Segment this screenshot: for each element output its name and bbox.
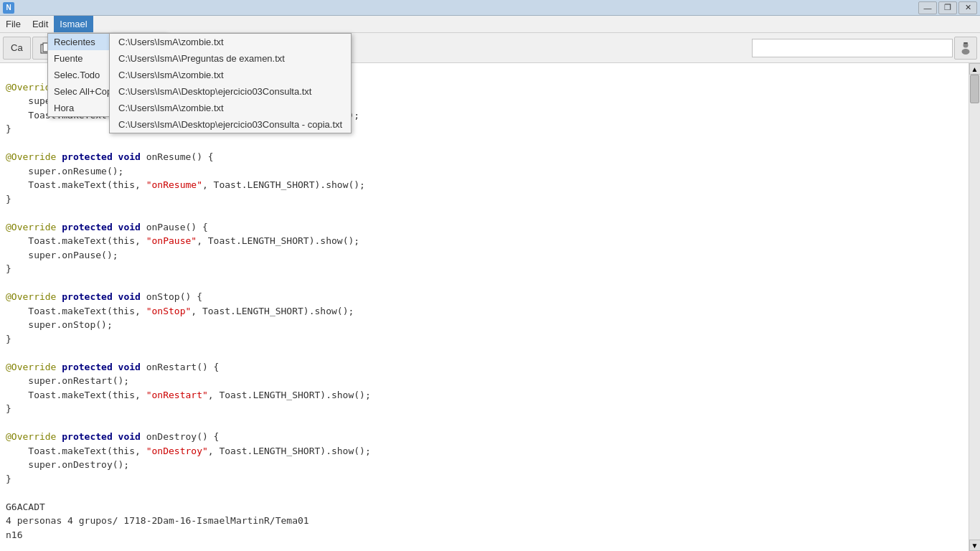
menu-file[interactable]: File [0, 16, 27, 32]
maximize-button[interactable]: ❐ [938, 1, 957, 14]
recent-item-2[interactable]: C:\Users\IsmA\Preguntas de examen.txt [110, 50, 351, 67]
fuente-label: Fuente [54, 53, 83, 64]
recent-item-3[interactable]: C:\Users\IsmA\zombie.txt [110, 67, 351, 83]
scroll-thumb[interactable] [970, 75, 979, 103]
person-icon [959, 42, 972, 55]
recientes-submenu: C:\Users\IsmA\zombie.txt C:\Users\IsmA\P… [109, 33, 352, 133]
svg-point-6 [962, 49, 970, 55]
search-input[interactable] [752, 39, 953, 57]
scroll-down-button[interactable]: ▼ [969, 540, 981, 551]
recent-item-1[interactable]: C:\Users\IsmA\zombie.txt [110, 34, 351, 50]
recent-item-5[interactable]: C:\Users\IsmA\zombie.txt [110, 100, 351, 116]
recientes-label: Recientes [54, 37, 95, 47]
scroll-up-button[interactable]: ▲ [969, 63, 981, 75]
title-bar-controls: — ❐ ✕ [918, 1, 977, 14]
menu-ismael[interactable]: Ismael [54, 16, 93, 32]
title-bar: N — ❐ ✕ [0, 0, 980, 16]
vertical-scrollbar[interactable]: ▲ ▼ [969, 63, 980, 551]
code-container: @Override protected void onStart() { sup… [0, 63, 980, 551]
toolbar-cam-button[interactable]: Ca [3, 37, 31, 60]
cam-label: Ca [11, 42, 23, 53]
minimize-button[interactable]: — [918, 1, 937, 14]
menu-bar: File Edit Ismael Recientes ▶ Fuente Ctrl… [0, 16, 980, 33]
code-editor[interactable]: @Override protected void onStart() { sup… [0, 63, 969, 551]
selec-all-copy-label: Selec All+Copy [54, 86, 117, 97]
hora-label: Hora [54, 103, 74, 113]
scroll-track[interactable] [969, 75, 980, 540]
title-bar-left: N [3, 2, 17, 14]
close-button[interactable]: ✕ [958, 1, 977, 14]
recent-item-6[interactable]: C:\Users\IsmA\Desktop\ejercicio03Consult… [110, 116, 351, 133]
svg-rect-7 [963, 42, 968, 44]
selec-todo-label: Selec.Todo [54, 70, 100, 80]
code-content: @Override protected void onStart() { sup… [6, 66, 963, 551]
app-icon: N [3, 2, 14, 14]
recent-item-4[interactable]: C:\Users\IsmA\Desktop\ejercicio03Consult… [110, 83, 351, 100]
search-button[interactable] [954, 37, 977, 60]
menu-edit[interactable]: Edit [27, 16, 54, 32]
